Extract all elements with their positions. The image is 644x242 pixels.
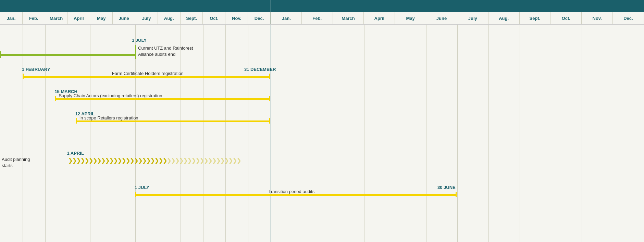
label-1-april: 1 APRIL	[67, 151, 84, 156]
month-cell-2021-aug: Aug.	[158, 12, 181, 24]
grid-line-2022-11	[613, 25, 613, 242]
bar-farm-cert	[23, 76, 270, 78]
green-bar-end-tick	[135, 45, 136, 59]
month-cell-2022-nov: Nov.	[582, 12, 613, 24]
gantt-area: 1 JULYCurrent UTZ and RainforestAlliance…	[0, 25, 644, 242]
grid-line-2021-4	[90, 25, 90, 242]
bar-retailers-right-tick	[269, 118, 270, 124]
grid-line-2022-6	[457, 25, 458, 242]
arrows-bar-audit: ❯❯❯❯❯❯❯❯❯❯❯❯❯❯❯❯❯❯❯❯❯❯❯❯❯❯❯❯❯❯❯❯❯❯❯❯❯❯❯❯…	[68, 157, 271, 164]
year-2021	[0, 0, 271, 12]
label-audit-planning: Audit planningstarts	[2, 156, 30, 169]
month-cell-2022-may: May	[395, 12, 426, 24]
label-retailers: In scope Retailers registration	[79, 115, 138, 120]
grid-line-2021-5	[113, 25, 113, 242]
grid-line-2022-3	[364, 25, 364, 242]
bar-retailers	[76, 120, 270, 122]
month-cell-2022-feb: Feb.	[302, 12, 333, 24]
bar-farm-cert-right-tick	[269, 74, 270, 79]
bar-supply-left-tick	[55, 96, 56, 101]
timeline-container: Jan.Feb.MarchAprilMayJuneJulyAug.Sept.Oc…	[0, 0, 644, 242]
month-cell-2022-aug: Aug.	[488, 12, 520, 24]
label-supply-chain: Supply Chain Actors (excluding retailers…	[59, 93, 162, 98]
month-cell-2021-oct: Oct.	[203, 12, 225, 24]
bar-supply-chain	[55, 98, 270, 100]
center-divider	[271, 25, 271, 242]
month-cell-2022-sept: Sept.	[520, 12, 551, 24]
month-cell-2021-jan: Jan.	[0, 12, 23, 24]
year-2022	[271, 0, 644, 12]
grid-line-2021-9	[203, 25, 203, 242]
label-31-december: 31 DECEMBER	[244, 67, 276, 72]
month-cell-2022-jan: Jan.	[271, 12, 302, 24]
month-cell-2022-june: June	[426, 12, 457, 24]
bar-transition-audits	[135, 194, 456, 196]
label-1-july-transition: 1 JULY	[135, 185, 149, 190]
label-1-february: 1 FEBRUARY	[22, 67, 50, 72]
month-cell-2022-april: April	[364, 12, 395, 24]
month-headers: Jan.Feb.MarchAprilMayJuneJulyAug.Sept.Oc…	[0, 12, 644, 25]
label-1-july-2021: 1 JULY	[132, 38, 147, 43]
month-cell-2021-dec: Dec.	[248, 12, 271, 24]
grid-line-2022-10	[582, 25, 582, 242]
month-cell-2021-sept: Sept.	[181, 12, 203, 24]
label-farm-cert: Farm Certificate Holders registration	[112, 71, 184, 76]
month-cell-2022-july: July	[457, 12, 488, 24]
grid-line-2021-11	[248, 25, 248, 242]
month-cell-2021-june: June	[113, 12, 135, 24]
month-cell-2021-july: July	[135, 12, 158, 24]
year-headers	[0, 0, 644, 12]
grid-line-2022-7	[488, 25, 489, 242]
green-bar-left-tick	[0, 51, 1, 58]
month-cell-2021-april: April	[67, 12, 90, 24]
grid-line-2022-1	[302, 25, 302, 242]
grid-line-2022-8	[520, 25, 520, 242]
bar-retailers-left-tick	[76, 118, 77, 124]
grid-line-2021-3	[68, 25, 68, 242]
month-cell-2022-dec: Dec.	[613, 12, 644, 24]
month-cell-2022-oct: Oct.	[550, 12, 582, 24]
grid-line-2022-4	[395, 25, 395, 242]
grid-line-2022-2	[333, 25, 333, 242]
grid-line-2022-5	[426, 25, 426, 242]
month-cell-2021-nov: Nov.	[225, 12, 248, 24]
grid-line-2021-10	[225, 25, 226, 242]
grid-line-2022-9	[551, 25, 551, 242]
bar-farm-cert-left-tick	[23, 74, 24, 79]
month-cell-2021-may: May	[90, 12, 113, 24]
green-bar-utz	[0, 54, 135, 56]
grid-line-2021-1	[23, 25, 23, 242]
label-utz-audits: Current UTZ and RainforestAlliance audit…	[138, 45, 193, 58]
label-transition-audits: Transition period audits	[268, 189, 314, 194]
month-cell-2022-march: March	[333, 12, 364, 24]
month-cell-2021-feb: Feb.	[23, 12, 45, 24]
month-cell-2021-march: March	[45, 12, 68, 24]
bar-transition-left-tick	[135, 192, 136, 197]
label-30-june: 30 JUNE	[437, 185, 456, 190]
bar-transition-right-tick	[456, 192, 457, 197]
grid-line-2021-2	[45, 25, 46, 242]
bar-supply-right-tick	[269, 96, 270, 101]
